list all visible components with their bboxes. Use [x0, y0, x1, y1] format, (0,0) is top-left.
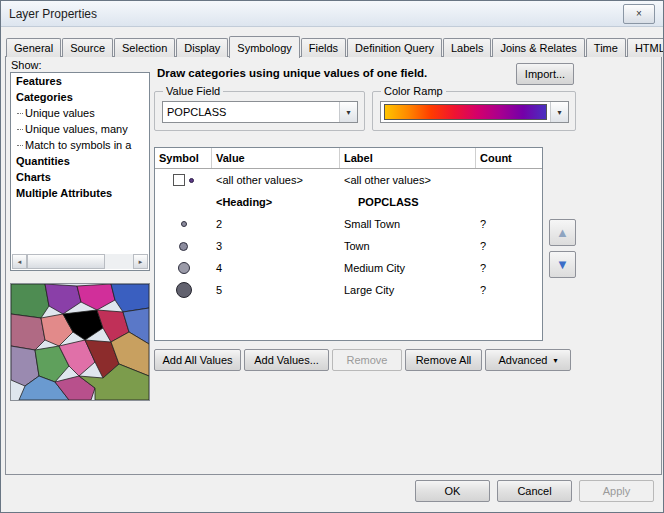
tab-fields[interactable]: Fields — [301, 38, 346, 57]
header-value[interactable]: Value — [212, 148, 340, 168]
arrow-up-icon: ▲ — [556, 225, 569, 240]
all-other-values-checkbox[interactable] — [173, 174, 185, 186]
color-ramp-swatch — [384, 104, 547, 120]
symbol-cell — [155, 169, 212, 191]
symbol-cell — [155, 213, 212, 235]
point-symbol-icon[interactable] — [178, 262, 190, 274]
symbol-cell — [155, 191, 212, 213]
tab-strip: General Source Selection Display Symbolo… — [6, 35, 664, 57]
label-cell: Small Town — [340, 218, 476, 230]
tab-general[interactable]: General — [6, 38, 61, 57]
value-cell: 3 — [212, 240, 340, 252]
symbol-cell — [155, 235, 212, 257]
label-cell: Town — [340, 240, 476, 252]
color-ramp-dropdown[interactable]: ▾ — [380, 101, 569, 123]
window-title: Layer Properties — [9, 7, 97, 21]
advanced-button[interactable]: Advanced ▾ — [485, 349, 571, 371]
color-ramp-label: Color Ramp — [381, 85, 446, 97]
header-symbol[interactable]: Symbol — [155, 148, 212, 168]
show-label: Show: — [11, 59, 42, 71]
tree-item-unique-values[interactable]: Unique values — [11, 105, 149, 121]
close-button[interactable]: × — [623, 4, 655, 24]
tree-item-unique-values-many[interactable]: Unique values, many — [11, 121, 149, 137]
header-count[interactable]: Count — [476, 148, 542, 168]
symbol-cell — [155, 279, 212, 301]
count-cell: ? — [476, 284, 542, 296]
tree-item-charts[interactable]: Charts — [11, 169, 149, 185]
import-button[interactable]: Import... — [516, 63, 574, 85]
apply-button: Apply — [579, 480, 654, 502]
ok-button[interactable]: OK — [415, 480, 490, 502]
chevron-down-icon[interactable]: ▾ — [339, 102, 357, 122]
point-symbol-icon[interactable] — [189, 178, 194, 183]
tab-symbology[interactable]: Symbology — [229, 36, 299, 58]
count-cell: ? — [476, 262, 542, 274]
point-symbol-icon[interactable] — [176, 282, 192, 298]
advanced-button-label: Advanced — [499, 354, 548, 366]
tab-labels[interactable]: Labels — [443, 38, 491, 57]
label-cell: Large City — [340, 284, 476, 296]
show-tree: Features Categories Unique values Unique… — [10, 72, 150, 271]
cancel-button[interactable]: Cancel — [497, 480, 572, 502]
tree-item-categories[interactable]: Categories — [11, 89, 149, 105]
value-cell: 2 — [212, 218, 340, 230]
map-preview — [10, 283, 150, 401]
point-symbol-icon[interactable] — [179, 242, 188, 251]
tab-display[interactable]: Display — [176, 38, 228, 57]
tab-html-popup[interactable]: HTML Popup — [627, 38, 664, 57]
count-cell: ? — [476, 240, 542, 252]
scrollbar-thumb[interactable] — [27, 254, 105, 269]
value-cell: 5 — [212, 284, 340, 296]
tab-source[interactable]: Source — [62, 38, 113, 57]
chevron-down-icon: ▾ — [553, 356, 557, 365]
scrollbar-track[interactable] — [105, 254, 133, 269]
table-row[interactable]: 2 Small Town ? — [155, 213, 542, 235]
label-cell: <all other values> — [340, 174, 476, 186]
tab-joins-relates[interactable]: Joins & Relates — [492, 38, 584, 57]
chevron-down-icon[interactable]: ▾ — [550, 102, 568, 122]
arrow-down-icon: ▼ — [556, 257, 569, 272]
table-row[interactable]: <Heading> POPCLASS — [155, 191, 542, 213]
scroll-right-icon[interactable]: ► — [133, 254, 148, 269]
titlebar: Layer Properties × — [1, 1, 663, 27]
table-header-row: Symbol Value Label Count — [155, 148, 542, 169]
tree-item-features[interactable]: Features — [11, 73, 149, 89]
tree-horizontal-scrollbar[interactable]: ◄ ► — [12, 254, 148, 269]
color-ramp-group: Color Ramp ▾ — [372, 91, 576, 131]
add-all-values-button[interactable]: Add All Values — [154, 349, 241, 371]
remove-button: Remove — [332, 349, 402, 371]
value-cell: <Heading> — [212, 196, 340, 208]
unique-values-table: Symbol Value Label Count <all other valu… — [154, 147, 543, 341]
scroll-left-icon[interactable]: ◄ — [12, 254, 27, 269]
table-row[interactable]: 4 Medium City ? — [155, 257, 542, 279]
value-field-dropdown[interactable]: POPCLASS ▾ — [162, 101, 358, 123]
map-preview-image — [11, 284, 149, 400]
table-row[interactable]: 3 Town ? — [155, 235, 542, 257]
move-down-button[interactable]: ▼ — [549, 251, 576, 278]
value-field-selected: POPCLASS — [167, 106, 226, 118]
value-cell: <all other values> — [212, 174, 340, 186]
tree-item-match-symbols[interactable]: Match to symbols in a — [11, 137, 149, 153]
tab-selection[interactable]: Selection — [114, 38, 175, 57]
value-field-group: Value Field POPCLASS ▾ — [154, 91, 365, 131]
tab-time[interactable]: Time — [586, 38, 626, 57]
layer-properties-dialog: Layer Properties × General Source Select… — [0, 0, 664, 513]
tree-item-multiple-attributes[interactable]: Multiple Attributes — [11, 185, 149, 201]
table-row[interactable]: <all other values> <all other values> — [155, 169, 542, 191]
label-cell: POPCLASS — [340, 196, 476, 208]
move-up-button[interactable]: ▲ — [549, 219, 576, 246]
close-icon: × — [636, 8, 642, 19]
description-text: Draw categories using unique values of o… — [157, 67, 427, 79]
value-field-label: Value Field — [163, 85, 223, 97]
point-symbol-icon[interactable] — [181, 221, 187, 227]
add-values-button[interactable]: Add Values... — [244, 349, 329, 371]
tab-definition-query[interactable]: Definition Query — [347, 38, 442, 57]
tree-item-quantities[interactable]: Quantities — [11, 153, 149, 169]
header-label[interactable]: Label — [340, 148, 476, 168]
label-cell: Medium City — [340, 262, 476, 274]
table-row[interactable]: 5 Large City ? — [155, 279, 542, 301]
symbol-cell — [155, 257, 212, 279]
remove-all-button[interactable]: Remove All — [405, 349, 482, 371]
value-cell: 4 — [212, 262, 340, 274]
count-cell: ? — [476, 218, 542, 230]
